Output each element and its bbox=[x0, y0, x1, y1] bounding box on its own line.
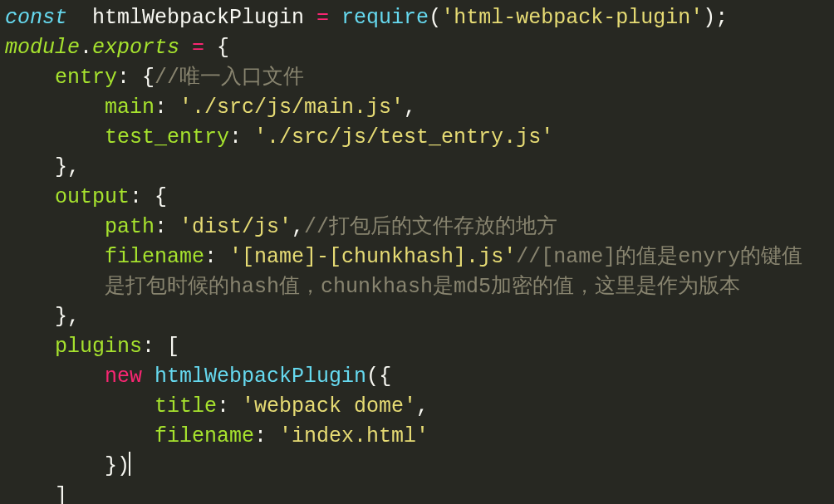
key-output: output bbox=[55, 185, 130, 209]
comment: 是打包时候的hash值，chunkhash是md5加密的值，这里是作为版本 bbox=[105, 275, 740, 299]
key-entry: entry bbox=[55, 66, 117, 90]
code-line: new htmlWebpackPlugin({ bbox=[5, 365, 391, 389]
code-line: filename: 'index.html' bbox=[5, 424, 429, 448]
string-literal: 'index.html' bbox=[279, 424, 429, 448]
code-line: output: { bbox=[5, 185, 167, 209]
keyword-new: new bbox=[105, 365, 142, 389]
key-test-entry: test_entry bbox=[105, 125, 229, 149]
key-title: title bbox=[155, 394, 217, 418]
key-path: path bbox=[105, 215, 155, 239]
key-plugins: plugins bbox=[55, 335, 142, 359]
key-main: main bbox=[105, 95, 155, 120]
code-line: }, bbox=[5, 305, 80, 329]
code-line: module.exports = { bbox=[5, 36, 229, 60]
code-line: main: './src/js/main.js', bbox=[5, 95, 416, 120]
identifier: htmlWebpackPlugin bbox=[92, 6, 304, 30]
keyword-const: const bbox=[5, 6, 67, 30]
string-literal: './src/js/main.js' bbox=[179, 95, 404, 120]
identifier-exports: exports bbox=[92, 36, 179, 60]
code-line: plugins: [ bbox=[5, 335, 179, 359]
code-line: ] bbox=[5, 484, 67, 504]
code-line: const htmlWebpackPlugin = require('html-… bbox=[5, 6, 728, 30]
string-literal: './src/js/test_entry.js' bbox=[254, 125, 553, 149]
string-literal: 'dist/js' bbox=[179, 215, 292, 239]
code-line: test_entry: './src/js/test_entry.js' bbox=[5, 125, 553, 149]
string-literal: 'html-webpack-plugin' bbox=[441, 6, 703, 30]
code-line: }, bbox=[5, 155, 80, 179]
identifier-module: module bbox=[5, 36, 80, 60]
string-literal: 'webpack dome' bbox=[242, 394, 416, 418]
comment: //打包后的文件存放的地方 bbox=[304, 215, 557, 239]
text-cursor bbox=[129, 452, 130, 476]
code-editor[interactable]: const htmlWebpackPlugin = require('html-… bbox=[0, 0, 834, 504]
class-name: htmlWebpackPlugin bbox=[155, 365, 366, 389]
code-line: filename: '[name]-[chunkhash].js'//[name… bbox=[5, 245, 802, 269]
comment: //唯一入口文件 bbox=[155, 66, 304, 90]
code-line: title: 'webpack dome', bbox=[5, 394, 429, 418]
fn-require: require bbox=[341, 6, 429, 30]
key-filename: filename bbox=[155, 424, 254, 448]
string-literal: '[name]-[chunkhash].js' bbox=[229, 245, 516, 269]
key-filename: filename bbox=[105, 245, 204, 269]
code-line: 是打包时候的hash值，chunkhash是md5加密的值，这里是作为版本 bbox=[5, 275, 740, 299]
comment: //[name]的值是enyry的键值 bbox=[516, 245, 802, 269]
code-line: }) bbox=[5, 454, 130, 478]
code-line: path: 'dist/js',//打包后的文件存放的地方 bbox=[5, 215, 557, 239]
code-line: entry: {//唯一入口文件 bbox=[5, 66, 304, 90]
